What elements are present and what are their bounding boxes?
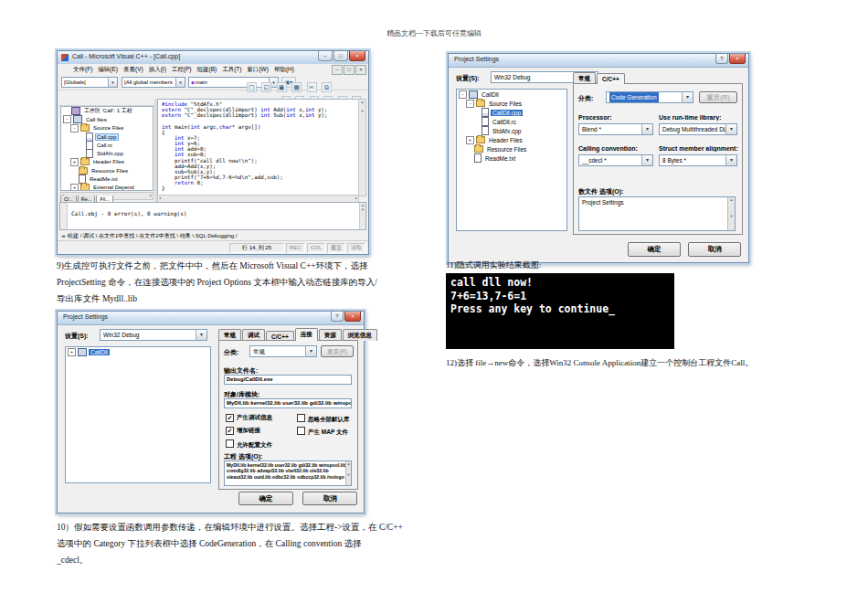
reset-button[interactable]: 重置(R) (699, 91, 737, 103)
tree-item-calldll[interactable]: +CallDll (66, 347, 210, 356)
open-file-icon[interactable]: ◱ (261, 82, 271, 92)
checkbox-ignore-default-libs[interactable]: 忽略全部默认库 (297, 414, 350, 424)
menu-item[interactable]: 组建(B) (194, 66, 219, 74)
tree-item-calldll[interactable]: -CallDll (457, 90, 566, 99)
expand-icon[interactable]: + (466, 136, 474, 144)
mdi-restore-icon[interactable]: □ (344, 65, 355, 75)
tree-item-source-files[interactable]: -Source Files (61, 124, 153, 132)
chevron-down-icon[interactable]: ▾ (305, 346, 316, 356)
output-grip[interactable] (60, 203, 68, 229)
project-options-box[interactable]: MyDll.lib kernel32.lib user32.lib gdi32.… (224, 460, 352, 486)
calling-convention-dropdown[interactable]: __cdecl * ▾ (578, 154, 653, 166)
vcpp-titlebar[interactable]: Call - Microsoft Visual C++ - [Call.cpp]… (58, 51, 368, 65)
cancel-button[interactable]: 取消 (688, 242, 741, 257)
tree-item-stdafx.cpp[interactable]: StdAfx.cpp (457, 126, 566, 135)
checkbox-icon[interactable] (226, 439, 234, 448)
editor-vertical-scrollbar[interactable]: ▲▼ (358, 99, 366, 196)
ok-button[interactable]: 确定 (238, 492, 293, 505)
options-scrollbar[interactable]: ▲▼ (345, 461, 351, 485)
checkbox-profiling[interactable]: 允许配置文件 (226, 439, 272, 450)
tab--[interactable]: 连接 (295, 328, 318, 341)
collapse-icon[interactable]: - (70, 124, 79, 132)
expand-icon[interactable]: + (70, 158, 79, 166)
chevron-down-icon[interactable]: ▾ (682, 92, 693, 102)
chevron-down-icon[interactable]: ▾ (108, 78, 117, 87)
object-library-field[interactable]: MyDll.lib kernel32.lib user32.lib gdi32.… (224, 398, 352, 408)
mdi-close-icon[interactable]: × (355, 65, 366, 75)
members-combo[interactable]: [All global members ▾ (122, 77, 185, 88)
tree-item-readme.txt[interactable]: ReadMe.txt (61, 175, 153, 183)
menu-item[interactable]: 工具(T) (219, 66, 244, 74)
tab-scroll-icons[interactable]: ◂▸ (347, 332, 352, 337)
tree-item-readme.txt[interactable]: ReadMe.txt (457, 154, 566, 163)
menu-item[interactable]: 插入(I) (146, 66, 169, 74)
processor-dropdown[interactable]: Blend * ▾ (578, 123, 653, 135)
reset-button[interactable]: 重置(R) (321, 345, 354, 357)
tab-c-c++[interactable]: C/C++ (597, 73, 625, 84)
maximize-icon[interactable]: □ (333, 51, 348, 61)
options-scrollbar[interactable]: ▲▼ (727, 197, 735, 230)
checkbox-icon[interactable] (297, 414, 305, 422)
menu-item[interactable]: 编辑(E) (95, 66, 121, 74)
dialog-titlebar[interactable]: Project Settings ? × (449, 54, 748, 68)
mdi-minimize-icon[interactable]: – (332, 65, 343, 75)
chevron-down-icon[interactable]: ▾ (196, 330, 206, 340)
expand-icon[interactable]: + (70, 184, 79, 191)
minimize-icon[interactable]: – (318, 51, 333, 61)
tree-item-calldll.cpp[interactable]: CallDll.cpp (457, 108, 566, 117)
struct-alignment-dropdown[interactable]: 8 Bytes * ▾ (659, 154, 737, 166)
tree-item-stdafx.cpp[interactable]: StdAfx.cpp (61, 149, 153, 157)
chevron-down-icon[interactable]: ▾ (725, 155, 736, 165)
chevron-down-icon[interactable]: ▾ (641, 124, 652, 134)
tree-item-source-files[interactable]: -Source Files (457, 99, 566, 108)
tree-item-call.rc[interactable]: Call.rc (61, 141, 153, 149)
tree-item-resource-files[interactable]: Resource Files (457, 144, 566, 154)
collapse-icon[interactable]: - (459, 90, 467, 99)
tree-item-call.cpp[interactable]: Call.cpp (61, 132, 153, 141)
checkbox-debug-info[interactable]: 产生调试信息 (226, 414, 272, 422)
collapse-icon[interactable]: - (63, 115, 71, 123)
checkbox-icon[interactable] (297, 427, 305, 435)
tree-item-calldll.rc[interactable]: CallDll.rc (457, 117, 566, 126)
output-filename-field[interactable]: Debug/CallDll.exe (224, 375, 352, 385)
scope-combo[interactable]: [Globals] ▾ (61, 77, 118, 88)
runtime-library-dropdown[interactable]: Debug Multithreaded DL ▾ (659, 123, 737, 135)
menu-item[interactable]: 窗口(W) (244, 66, 270, 74)
output-vertical-scrollbar[interactable]: ▲▼ (359, 203, 365, 229)
checkbox-icon[interactable] (226, 414, 234, 422)
category-dropdown[interactable]: 常规 ▾ (249, 345, 317, 357)
menu-item[interactable]: 查看(V) (121, 66, 146, 74)
category-dropdown[interactable]: Code Generation ▾ (606, 91, 693, 103)
ok-button[interactable]: 确定 (628, 242, 681, 257)
project-options-box[interactable]: Project Settings ▲▼ (578, 196, 736, 231)
dialog-titlebar[interactable]: Project Settings ? × (58, 312, 364, 325)
tab-scroll-left-icon[interactable]: ◂▸ (61, 233, 66, 238)
tree-item--call-1-[interactable]: 工作区 'Call': 1 工程 (61, 107, 153, 115)
menu-item[interactable]: 文件(F) (70, 66, 95, 74)
tree-item-header-files[interactable]: +Header Files (457, 135, 566, 144)
settings-for-dropdown[interactable]: Win32 Debug ▾ (100, 329, 207, 341)
help-icon[interactable]: ? (331, 312, 344, 322)
help-icon[interactable]: ? (715, 54, 728, 64)
tree-item-call-files[interactable]: -Call files (61, 115, 153, 123)
menu-item[interactable]: 帮助(H) (271, 66, 297, 74)
tree-item-external-depend[interactable]: +External Depend (61, 184, 153, 191)
checkbox-icon[interactable] (226, 427, 234, 435)
pane-grip[interactable] (59, 99, 154, 106)
close-icon[interactable]: × (344, 312, 361, 322)
expand-icon[interactable]: + (68, 348, 76, 356)
chevron-down-icon[interactable]: ▾ (725, 124, 736, 134)
close-icon[interactable]: × (349, 51, 365, 61)
code-editor[interactable]: #include "StdAfx.h"extern "C"_declspec(d… (157, 99, 366, 196)
checkbox-map-file[interactable]: 产生 MAP 文件 (297, 427, 348, 437)
tree-item-header-files[interactable]: +Header Files (61, 158, 153, 166)
checkbox-incremental-link[interactable]: 增加链接 (226, 427, 260, 435)
tree-item-resource-files[interactable]: Resource Files (61, 166, 153, 175)
collapse-icon[interactable]: - (466, 100, 474, 108)
menu-item[interactable]: 工程(P) (169, 66, 195, 74)
cancel-button[interactable]: 取消 (302, 492, 357, 505)
chevron-down-icon[interactable]: ▾ (641, 155, 652, 165)
chevron-down-icon[interactable]: ▾ (175, 78, 185, 87)
new-file-icon[interactable]: ▢ (247, 82, 257, 92)
close-icon[interactable]: × (729, 54, 746, 64)
